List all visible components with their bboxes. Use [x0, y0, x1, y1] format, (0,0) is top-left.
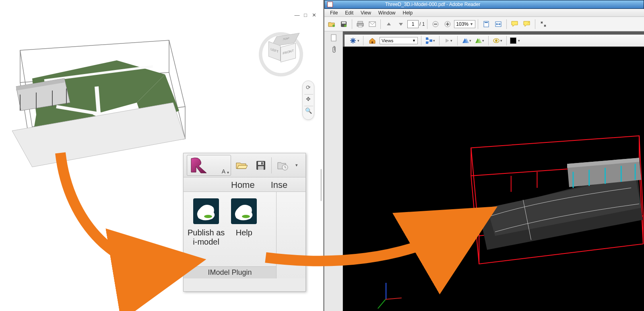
open-button[interactable]	[233, 157, 250, 174]
adobe-reader-window: ThreeD_3D.i-Model-000.pdf - Adobe Reader…	[323, 0, 644, 311]
svg-rect-49	[430, 39, 432, 42]
bentley-icon	[229, 197, 258, 226]
zoom-icon[interactable]: 🔍	[304, 107, 313, 116]
read-mode-button[interactable]	[538, 19, 549, 30]
panel-title: IModel Plugin	[184, 266, 276, 278]
bentley-icon	[192, 197, 221, 226]
comment-button[interactable]	[509, 19, 520, 30]
svg-rect-22	[261, 162, 263, 165]
page-up-button[interactable]	[383, 19, 394, 30]
page-number-input[interactable]	[407, 20, 419, 28]
qat-dropdown-button[interactable]: ▾	[293, 157, 301, 174]
revit-window: — □ ✕ TOP LEFT FRONT	[0, 0, 323, 311]
main-toolbar: / 1 103%▼	[324, 17, 644, 31]
svg-rect-40	[447, 23, 448, 26]
recent-documents-button[interactable]	[273, 157, 291, 174]
revit-3d-viewport[interactable]	[0, 34, 189, 179]
close-button[interactable]: ✕	[311, 12, 317, 19]
svg-point-28	[332, 25, 335, 27]
menu-file[interactable]: File	[327, 9, 341, 16]
svg-rect-48	[426, 41, 428, 44]
play-animation-button[interactable]: ▾	[443, 35, 454, 46]
projection-button[interactable]: ▾	[461, 35, 472, 46]
ribbon-tabs: Home Inse	[184, 177, 305, 192]
menu-window[interactable]: Window	[375, 9, 399, 16]
tab-insert[interactable]: Inse	[271, 179, 288, 192]
3d-toolbar: ▾ Views▼ ▾ ▾ ▾ ▾ ▾ ▾	[345, 35, 644, 47]
svg-point-45	[352, 39, 354, 42]
model-tree-button[interactable]: ▾	[425, 35, 436, 46]
svg-point-25	[204, 215, 212, 218]
viewcube[interactable]: TOP LEFT FRONT	[259, 32, 303, 76]
views-combo[interactable]: Views▼	[380, 37, 418, 44]
zoom-in-button[interactable]	[442, 19, 453, 30]
revit-ribbon-closeup: A ▾ ▾ Home Inse	[183, 153, 306, 292]
background-color-swatch[interactable]	[510, 37, 516, 44]
page-down-button[interactable]	[395, 19, 407, 30]
titlebar[interactable]: ThreeD_3D.i-Model-000.pdf - Adobe Reader	[324, 0, 644, 9]
page-total-label: / 1	[419, 21, 425, 27]
svg-rect-32	[358, 21, 363, 23]
menu-edit[interactable]: Edit	[342, 9, 357, 16]
imodel-plugin-panel: Publish as i-model Help IModel Plugin	[184, 192, 276, 278]
dropdown-icon: ▼	[470, 22, 473, 26]
render-mode-button[interactable]: ▾	[474, 35, 485, 46]
menu-view[interactable]: View	[357, 9, 374, 16]
default-view-button[interactable]	[367, 35, 378, 46]
revit-window-controls: — □ ✕	[294, 12, 317, 19]
svg-rect-42	[485, 22, 488, 23]
axis-triad-icon	[380, 280, 404, 304]
menu-help[interactable]: Help	[400, 9, 416, 16]
svg-point-27	[242, 215, 250, 218]
svg-rect-30	[342, 22, 346, 24]
navigation-pane	[324, 31, 343, 311]
open-file-button[interactable]	[326, 19, 337, 30]
orbit-icon[interactable]: ⟳	[304, 84, 313, 93]
3d-viewport[interactable]	[343, 47, 644, 311]
zoom-level-combo[interactable]: 103%▼	[454, 20, 475, 28]
pdf-icon	[327, 2, 333, 7]
save-button[interactable]	[252, 157, 270, 174]
document-title: ThreeD_3D.i-Model-000.pdf - Adobe Reader	[385, 2, 480, 7]
rotate-tool-button[interactable]: ▾	[349, 35, 360, 46]
save-file-button[interactable]	[338, 19, 349, 30]
lighting-button[interactable]: ▾	[492, 35, 503, 46]
scrollbar[interactable]	[320, 169, 322, 201]
publish-as-imodel-button[interactable]: Publish as i-model	[188, 197, 225, 247]
thumbnails-icon[interactable]	[330, 34, 338, 42]
fit-page-button[interactable]	[481, 19, 492, 30]
pan-icon[interactable]: ✥	[304, 96, 313, 105]
print-button[interactable]	[355, 19, 366, 30]
email-button[interactable]	[367, 19, 378, 30]
viewcube-front-face[interactable]: FRONT	[281, 43, 296, 62]
zoom-out-button[interactable]	[430, 19, 441, 30]
svg-rect-46	[372, 41, 373, 43]
svg-rect-37	[434, 24, 437, 25]
svg-point-51	[495, 39, 497, 42]
dropdown-icon: ▾	[227, 170, 229, 175]
navigation-bar: ⟳ ✥ 🔍	[302, 80, 314, 120]
restore-button[interactable]: □	[302, 12, 309, 19]
svg-rect-21	[258, 166, 264, 170]
tab-home[interactable]: Home	[231, 179, 255, 192]
help-button[interactable]: Help	[229, 197, 258, 237]
fit-width-button[interactable]	[493, 19, 504, 30]
attachments-icon[interactable]	[330, 45, 338, 53]
menu-bar: File Edit View Window Help	[324, 9, 644, 17]
highlight-button[interactable]	[521, 19, 533, 30]
quick-access-toolbar: A ▾ ▾	[184, 153, 305, 177]
svg-rect-47	[426, 37, 428, 40]
svg-rect-44	[331, 35, 336, 41]
application-menu-button[interactable]: A ▾	[187, 155, 231, 176]
minimize-button[interactable]: —	[294, 12, 300, 19]
svg-point-31	[344, 25, 347, 27]
svg-rect-34	[358, 25, 362, 27]
